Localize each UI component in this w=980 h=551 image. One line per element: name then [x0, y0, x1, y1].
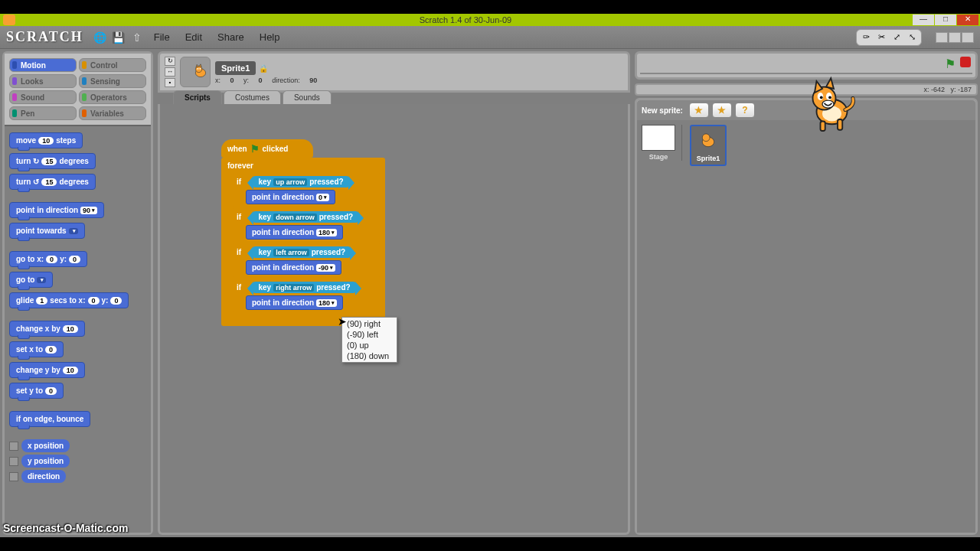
checkbox-icon[interactable]	[9, 457, 18, 466]
stage[interactable]	[640, 73, 972, 74]
sensing-key-pressed[interactable]: keydown arrowpressed?	[253, 211, 358, 223]
sprites-panel: New sprite: ★ ★ ? Stage Sprite1	[635, 98, 978, 535]
block-set-x[interactable]: set x to0	[9, 341, 64, 357]
paint-sprite-button[interactable]: ★	[689, 103, 709, 118]
close-button[interactable]: ✕	[957, 15, 978, 25]
lock-icon[interactable]: 🔒	[259, 64, 268, 73]
block-change-y[interactable]: change y by10	[9, 362, 85, 378]
block-change-x[interactable]: change x by10	[9, 321, 85, 337]
block-if-up[interactable]: if keyup arrowpressed? point in directio…	[232, 173, 381, 207]
stage-tools: ✑ ✂ ⤢ ⤡	[856, 29, 922, 46]
sprite-on-stage[interactable]	[799, 73, 861, 146]
cut-icon[interactable]: ✂	[875, 31, 887, 44]
stop-button[interactable]	[960, 57, 971, 67]
block-if-left[interactable]: if keyleft arrowpressed? point in direct…	[232, 243, 381, 277]
block-glide[interactable]: glide1secs to x:0y:0	[9, 292, 129, 308]
stage-thumbnail[interactable]: Stage	[642, 125, 682, 161]
menubar: SCRATCH 🌐 💾 ⇧ File Edit Share Help ✑ ✂ ⤢…	[0, 26, 980, 49]
scratch-logo: SCRATCH	[6, 29, 83, 45]
sprite-thumbnail	[180, 57, 211, 87]
svg-point-14	[828, 96, 831, 99]
reporter-direction[interactable]: direction	[9, 470, 146, 483]
minimize-button[interactable]: —	[913, 15, 934, 25]
category-sound[interactable]: Sound	[9, 90, 77, 104]
stamp-icon[interactable]: ✑	[860, 31, 872, 44]
maximize-button[interactable]: □	[935, 15, 956, 25]
view-medium[interactable]	[949, 32, 961, 43]
svg-point-15	[822, 100, 834, 108]
block-turn-cw[interactable]: turn↻15degrees	[9, 153, 96, 169]
category-motion[interactable]: Motion	[9, 58, 77, 72]
block-goto[interactable]: go to	[9, 272, 53, 288]
block-set-y[interactable]: set y to0	[9, 383, 64, 399]
category-sensing[interactable]: Sensing	[79, 74, 146, 88]
rotation-none-button[interactable]: •	[165, 78, 175, 87]
direction-dropdown-menu[interactable]: (90) right (-90) left (0) up (180) down	[341, 317, 397, 363]
checkbox-icon[interactable]	[9, 472, 18, 481]
script-area[interactable]: when ⚑ clicked forever if keyup arrowpre…	[158, 104, 630, 535]
category-pen[interactable]: Pen	[9, 106, 77, 120]
menu-edit[interactable]: Edit	[181, 30, 207, 44]
category-looks[interactable]: Looks	[9, 74, 77, 88]
share-icon[interactable]: ⇧	[131, 31, 143, 44]
globe-icon[interactable]: 🌐	[94, 31, 106, 44]
block-point-direction[interactable]: point in direction180	[246, 225, 343, 240]
block-if-down[interactable]: if keydown arrowpressed? point in direct…	[232, 208, 381, 242]
green-flag-icon: ⚑	[250, 143, 260, 155]
category-control[interactable]: Control	[79, 58, 146, 72]
block-if-right[interactable]: if keyright arrowpressed? point in direc…	[232, 279, 381, 312]
block-point-direction[interactable]: point in direction90	[9, 202, 104, 218]
category-operators[interactable]: Operators	[79, 90, 146, 104]
block-point-direction[interactable]: point in direction180	[246, 295, 343, 310]
rotation-free-button[interactable]: ↻	[165, 57, 175, 66]
block-forever[interactable]: forever if keyup arrowpressed? point in …	[221, 158, 385, 326]
sensing-key-pressed[interactable]: keyleft arrowpressed?	[253, 246, 350, 258]
block-point-direction[interactable]: point in direction0	[246, 190, 335, 204]
sensing-key-pressed[interactable]: keyright arrowpressed?	[253, 282, 354, 293]
grow-icon[interactable]: ⤢	[890, 31, 903, 44]
blocks-list: move10steps turn↻15degrees turn↺15degree…	[5, 125, 151, 533]
menu-share[interactable]: Share	[213, 30, 249, 44]
block-move-steps[interactable]: move10steps	[9, 132, 83, 148]
view-presentation[interactable]	[962, 32, 974, 43]
dropdown-option[interactable]: (90) right	[342, 318, 397, 329]
tab-scripts[interactable]: Scripts	[173, 90, 222, 104]
sensing-key-pressed[interactable]: keyup arrowpressed?	[253, 176, 348, 187]
svg-point-19	[702, 134, 710, 142]
stage-panel: ⚑	[635, 51, 978, 80]
new-sprite-label: New sprite:	[642, 106, 683, 115]
tab-sounds[interactable]: Sounds	[283, 90, 332, 104]
reporter-x-position[interactable]: x position	[9, 439, 146, 452]
sprite-name-field[interactable]: Sprite1	[215, 61, 256, 75]
cursor-icon: ➤	[338, 315, 347, 328]
save-icon[interactable]: 💾	[113, 31, 125, 44]
block-goto-xy[interactable]: go to x:0y:0	[9, 251, 87, 267]
rotation-leftright-button[interactable]: ↔	[165, 67, 175, 77]
tab-costumes[interactable]: Costumes	[224, 90, 281, 104]
dropdown-option[interactable]: (0) up	[342, 340, 397, 350]
green-flag-button[interactable]: ⚑	[945, 57, 956, 71]
dropdown-option[interactable]: (-90) left	[342, 329, 397, 340]
block-point-towards[interactable]: point towards	[9, 223, 85, 239]
sprite-info-header: ↻ ↔ • Sprite1🔒 x: 0 y: 0 direction: 90	[158, 51, 630, 93]
svg-rect-17	[838, 119, 842, 130]
block-turn-ccw[interactable]: turn↺15degrees	[9, 174, 96, 190]
category-variables[interactable]: Variables	[79, 106, 146, 120]
menu-file[interactable]: File	[149, 30, 175, 44]
block-if-edge-bounce[interactable]: if on edge, bounce	[9, 411, 90, 427]
reporter-y-position[interactable]: y position	[9, 455, 146, 468]
surprise-sprite-button[interactable]: ?	[735, 103, 755, 118]
svg-point-12	[820, 96, 823, 99]
svg-marker-10	[826, 78, 834, 89]
view-small[interactable]	[936, 32, 948, 43]
block-point-direction[interactable]: point in direction-90	[246, 260, 341, 275]
choose-sprite-button[interactable]: ★	[712, 103, 732, 118]
shrink-icon[interactable]: ⤡	[906, 31, 918, 44]
dropdown-option[interactable]: (180) down	[342, 350, 397, 361]
sprite-list-item[interactable]: Sprite1	[690, 125, 727, 166]
svg-marker-2	[196, 64, 198, 67]
checkbox-icon[interactable]	[9, 442, 18, 451]
hat-when-flag-clicked[interactable]: when ⚑ clicked	[221, 139, 313, 158]
script-stack[interactable]: when ⚑ clicked forever if keyup arrowpre…	[221, 139, 385, 326]
menu-help[interactable]: Help	[255, 30, 285, 44]
